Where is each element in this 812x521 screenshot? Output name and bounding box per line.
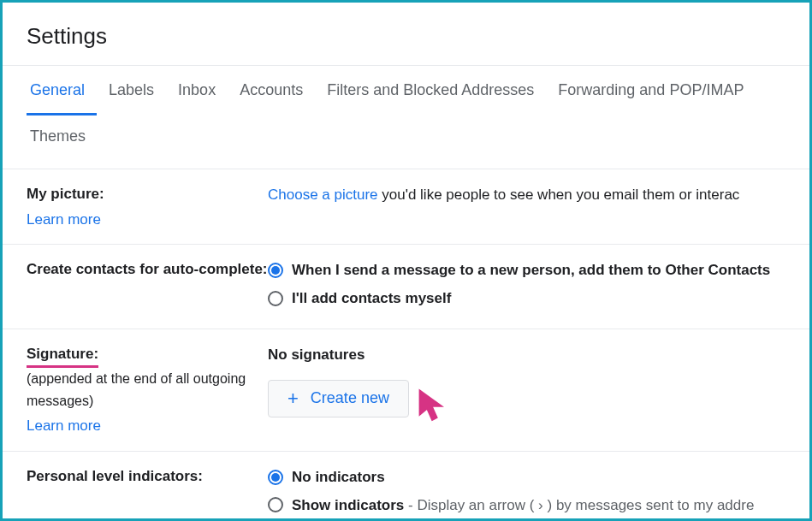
radio-icon[interactable] [268, 263, 283, 278]
tab-labels[interactable]: Labels [97, 66, 166, 115]
autocomplete-option-1-label: When I send a message to a new person, a… [292, 258, 770, 283]
indicators-option-2-label: Show indicators - Display an arrow ( › )… [292, 494, 754, 521]
autocomplete-option-2-label: I'll add contacts myself [292, 287, 451, 311]
tabs-row-2: Themes [3, 115, 809, 160]
indicators-option-1[interactable]: No indicators [268, 465, 809, 490]
tab-filters[interactable]: Filters and Blocked Addresses [315, 66, 546, 115]
page-title: Settings [27, 23, 785, 50]
signature-value: No signatures + Create new [268, 343, 809, 417]
setting-my-picture: My picture: Learn more Choose a picture … [3, 169, 809, 245]
signature-learn-more-link[interactable]: Learn more [27, 415, 268, 437]
choose-picture-desc: you'd like people to see when you email … [378, 186, 740, 203]
radio-icon[interactable] [268, 470, 283, 485]
tab-inbox[interactable]: Inbox [166, 66, 228, 115]
create-new-signature-button[interactable]: + Create new [268, 380, 409, 417]
indicators-value: No indicators Show indicators - Display … [268, 465, 809, 521]
tab-forwarding[interactable]: Forwarding and POP/IMAP [546, 66, 756, 115]
tab-themes[interactable]: Themes [27, 115, 89, 160]
autocomplete-option-1[interactable]: When I send a message to a new person, a… [268, 258, 809, 283]
my-picture-value: Choose a picture you'd like people to se… [268, 183, 809, 208]
setting-signature: Signature: (appended at the end of all o… [3, 329, 809, 452]
signature-sublabel: (appended at the end of all outgoing mes… [27, 371, 246, 408]
setting-indicators: Personal level indicators: No indicators… [3, 452, 809, 521]
signature-label: Signature: [27, 343, 98, 369]
choose-picture-link[interactable]: Choose a picture [268, 186, 378, 203]
radio-icon[interactable] [268, 497, 283, 512]
tabs-row-1: General Labels Inbox Accounts Filters an… [3, 66, 809, 115]
indicators-option-2[interactable]: Show indicators - Display an arrow ( › )… [268, 494, 809, 521]
indicators-label: Personal level indicators: [27, 465, 268, 488]
autocomplete-option-2[interactable]: I'll add contacts myself [268, 287, 809, 311]
my-picture-learn-more-link[interactable]: Learn more [27, 209, 268, 231]
tab-accounts[interactable]: Accounts [228, 66, 315, 115]
create-new-label: Create new [311, 389, 389, 407]
no-signatures-text: No signatures [268, 343, 809, 368]
autocomplete-label: Create contacts for auto-complete: [27, 258, 268, 281]
plus-icon: + [287, 389, 299, 408]
my-picture-label: My picture: Learn more [27, 183, 268, 230]
signature-label-block: Signature: (appended at the end of all o… [27, 343, 268, 437]
indicators-option-1-label: No indicators [292, 465, 385, 490]
settings-header: Settings [3, 3, 809, 65]
autocomplete-value: When I send a message to a new person, a… [268, 258, 809, 315]
radio-icon[interactable] [268, 291, 283, 306]
tab-general[interactable]: General [27, 66, 97, 115]
settings-content: My picture: Learn more Choose a picture … [3, 169, 809, 521]
setting-autocomplete: Create contacts for auto-complete: When … [3, 245, 809, 329]
